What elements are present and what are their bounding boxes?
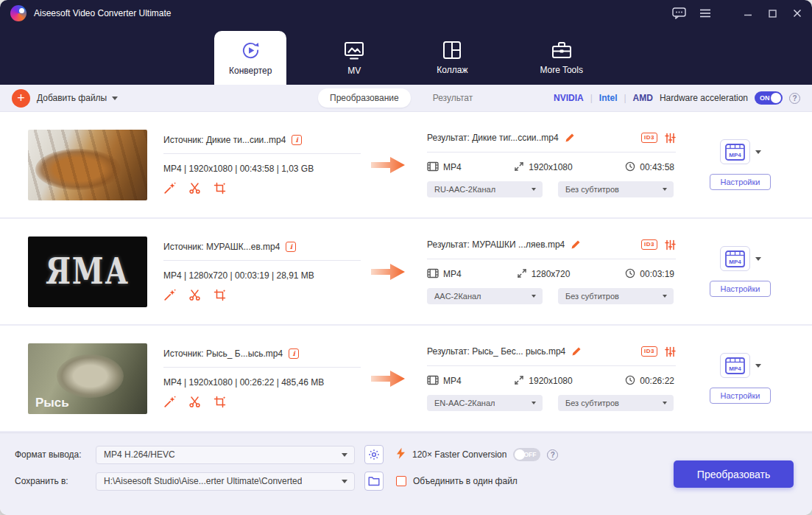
feedback-icon[interactable] [672,7,686,19]
video-thumbnail: Рысь [28,343,147,414]
output-profile-button[interactable]: MP4 [720,246,750,271]
app-window: Aiseesoft Video Converter Ultimate [0,0,812,515]
audio-track-select[interactable]: RU-AAC-2Канал [427,181,543,197]
profile-mp4-icon: MP4 [725,144,745,161]
add-files-button[interactable]: + [12,89,30,108]
profile-settings-button[interactable] [364,445,384,464]
convert-arrow-icon [370,154,406,176]
source-info: Источник: МУРАШК...ев.mp4 i MP4 | 1280x7… [163,242,361,301]
info-icon[interactable]: i [289,348,299,359]
cut-button[interactable] [188,182,201,195]
lightning-icon [396,447,406,462]
audio-equalizer-icon[interactable] [665,133,676,144]
info-icon[interactable]: i [292,135,302,145]
output-duration: 00:43:58 [640,162,674,172]
chevron-down-icon [663,295,667,298]
video-format-icon [427,268,439,281]
settings-button[interactable]: Настройки [710,388,772,404]
id3-tag-button[interactable]: ID3 [641,133,657,143]
help-icon[interactable]: ? [789,93,800,104]
app-title: Aiseesoft Video Converter Ultimate [34,8,172,18]
info-icon[interactable]: i [286,242,296,252]
result-filename: Результат: Рысь_ Бес... рысь.mp4 [427,346,565,357]
settings-button[interactable]: Настройки [710,174,772,190]
amd-label: AMD [633,93,653,103]
source-filename: Источник: Рысь_ Б...ысь.mp4 [163,348,283,359]
minimize-button[interactable] [744,9,752,18]
convert-button[interactable]: Преобразовать [674,460,794,488]
resolution-icon [517,268,527,281]
profile-caret-icon[interactable] [755,150,761,154]
effects-button[interactable] [163,396,176,408]
titlebar[interactable]: Aiseesoft Video Converter Ultimate [0,0,812,27]
add-files-label[interactable]: Добавить файлы [37,93,107,103]
tab-collage[interactable]: Коллаж [422,31,482,85]
chevron-down-icon [342,480,347,483]
toolbar: + Добавить файлы Преобразование Результа… [0,85,812,112]
convert-arrow-icon [370,261,406,283]
profile-caret-icon[interactable] [755,257,761,261]
rename-pencil-icon[interactable] [565,133,575,143]
resolution-icon [514,161,524,174]
output-profile-button[interactable]: MP4 [720,139,750,164]
browse-folder-button[interactable] [364,472,384,491]
crop-button[interactable] [213,396,226,408]
merge-checkbox[interactable] [396,476,406,486]
help-icon[interactable]: ? [547,449,558,460]
close-button[interactable] [793,9,802,18]
output-format-label: Формат вывода: [15,449,96,460]
tab-mv-label: MV [347,66,361,76]
rename-pencil-icon[interactable] [571,239,581,250]
tab-converter[interactable]: Конвертер [214,31,286,85]
audio-track-select[interactable]: EN-AAC-2Канал [427,395,543,411]
separator: | [624,93,626,103]
settings-button[interactable]: Настройки [710,281,772,297]
subtitle-select[interactable]: Без субтитров [558,288,674,304]
audio-track-select[interactable]: AAC-2Канал [427,288,543,304]
subtitle-select[interactable]: Без субтитров [558,395,674,411]
add-files-caret-icon[interactable] [112,97,118,100]
result-filename: Результат: Дикие тиг...ссии..mp4 [427,133,559,143]
id3-tag-button[interactable]: ID3 [641,239,657,250]
gear-icon [368,449,380,460]
chevron-down-icon [663,188,667,191]
profile-caret-icon[interactable] [755,364,761,368]
rename-pencil-icon[interactable] [571,346,582,357]
svg-text:MP4: MP4 [729,365,741,371]
chevron-down-icon [532,295,536,298]
tab-more-tools-label: More Tools [540,65,582,75]
subtitle-value: Без субтитров [565,399,619,407]
nvidia-label: NVIDIA [554,93,584,103]
segment-result[interactable]: Результат [433,93,473,103]
converter-icon [241,41,261,60]
faster-conversion-label: 120× Faster Conversion [412,449,506,460]
cut-button[interactable] [188,396,201,408]
profile-column: MP4 Настройки [676,353,805,404]
profile-mp4-icon: MP4 [725,357,745,374]
effects-button[interactable] [163,182,176,195]
segment-convert[interactable]: Преобразование [318,88,411,108]
video-thumbnail: ЯМА [28,237,147,307]
hw-accel-toggle[interactable]: ON [755,91,783,105]
menu-icon[interactable] [699,9,711,18]
output-profile-button[interactable]: MP4 [720,353,750,378]
tab-mv[interactable]: MV [329,31,379,85]
chevron-down-icon [532,188,536,191]
id3-tag-button[interactable]: ID3 [641,346,657,357]
chevron-down-icon [663,402,667,404]
maximize-button[interactable] [769,10,777,18]
result-filename: Результат: МУРАШКИ ...ляев.mp4 [427,239,565,250]
file-row: Источник: Дикие ти...сии..mp4 i MP4 | 19… [0,112,812,219]
output-format-select[interactable]: MP4 H.264/HEVC [96,446,355,464]
cut-button[interactable] [188,289,201,301]
crop-button[interactable] [213,289,226,301]
faster-conversion-toggle[interactable]: OFF [513,448,540,461]
crop-button[interactable] [213,182,226,195]
audio-equalizer-icon[interactable] [665,239,676,251]
audio-equalizer-icon[interactable] [665,346,676,357]
subtitle-select[interactable]: Без субтитров [558,181,674,197]
effects-button[interactable] [163,289,176,301]
save-path-select[interactable]: H:\Aiseesoft Studio\Aise...erter Ultimat… [96,472,355,491]
source-meta: MP4 | 1920x1080 | 00:43:58 | 1,03 GB [163,164,361,174]
tab-more-tools[interactable]: More Tools [525,31,597,85]
